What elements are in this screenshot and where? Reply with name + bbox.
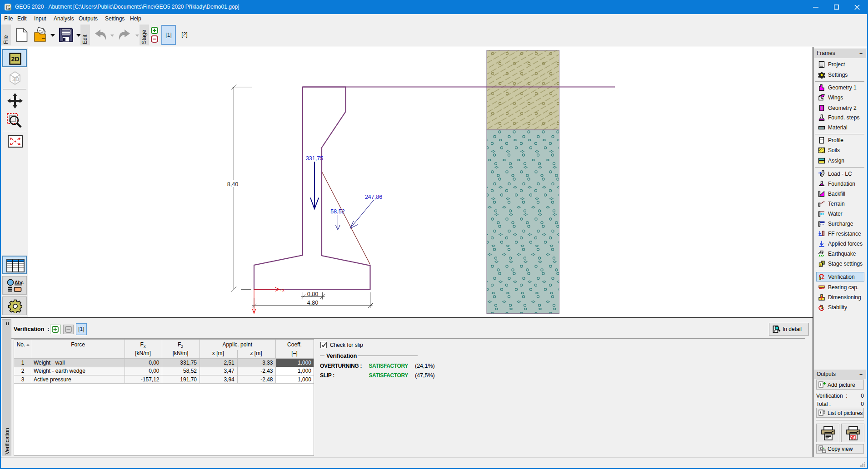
- svg-text:4,80: 4,80: [307, 300, 318, 306]
- svg-text:Abc: Abc: [15, 280, 24, 285]
- svg-text:247,86: 247,86: [365, 194, 382, 200]
- svg-text:2D: 2D: [11, 55, 20, 63]
- svg-text:8,40: 8,40: [227, 181, 238, 188]
- svg-text:331,75: 331,75: [306, 155, 323, 162]
- svg-text:+x: +x: [280, 287, 285, 292]
- svg-text:3D: 3D: [12, 76, 20, 83]
- svg-text:1: 1: [820, 263, 822, 267]
- svg-text:0,80: 0,80: [307, 291, 318, 297]
- svg-text:58,52: 58,52: [330, 208, 344, 215]
